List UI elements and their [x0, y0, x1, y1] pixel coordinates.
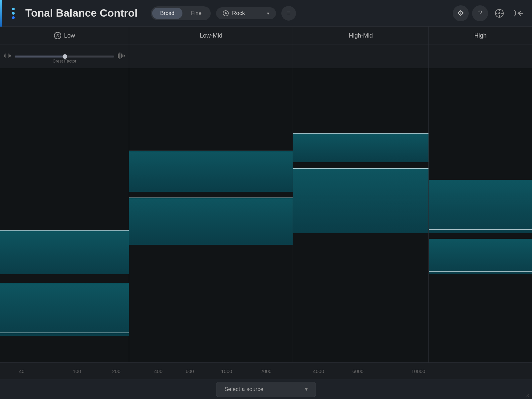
header-right: ⚙ ? [453, 5, 527, 21]
dot-3 [12, 16, 15, 19]
crest-factor-area: Crest Factor [0, 45, 129, 68]
svg-rect-7 [4, 55, 5, 57]
freq-label-400: 400 [154, 368, 162, 374]
svg-line-19 [528, 395, 529, 397]
svg-point-1 [498, 12, 500, 14]
white-line-lowmid-2 [129, 198, 293, 198]
band-label-lowmid: Low-Mid [200, 32, 222, 39]
band-label-low: Low [64, 32, 75, 39]
source-chevron-icon: ▾ [305, 386, 308, 392]
freq-label-600: 600 [186, 368, 194, 374]
band-viz-highmid [293, 68, 428, 362]
svg-rect-12 [10, 55, 11, 57]
band-header-lowmid: Low-Mid [129, 27, 293, 45]
select-source-dropdown[interactable]: Select a source ▾ [216, 382, 316, 397]
bottom-bar: Select a source ▾ [0, 379, 532, 399]
settings-button[interactable]: ⚙ [453, 5, 469, 21]
dots-menu[interactable] [9, 5, 17, 22]
band-viz-high [429, 68, 532, 362]
svg-rect-8 [6, 54, 6, 58]
headset-button[interactable] [491, 5, 507, 21]
preset-dropdown[interactable]: Rock ▾ [216, 7, 276, 19]
preset-label: Rock [232, 10, 245, 17]
x-axis: 40 100 200 400 600 1000 2000 4000 6000 1… [0, 362, 532, 379]
crest-factor-label: Crest Factor [53, 59, 77, 64]
arrow-back-button[interactable] [511, 5, 527, 21]
help-button[interactable]: ? [472, 5, 488, 21]
band-column-high: High [429, 27, 532, 362]
resize-handle[interactable] [524, 391, 529, 398]
main-area: S Low [0, 27, 532, 379]
crest-factor-slider-thumb[interactable] [63, 54, 67, 59]
app-title: Tonal Balance Control [25, 7, 137, 19]
svg-rect-17 [124, 55, 125, 57]
hamburger-icon: ≡ [287, 10, 291, 17]
dot-1 [12, 8, 15, 10]
target-icon [223, 10, 229, 16]
freq-label-40: 40 [19, 368, 25, 374]
band-column-highmid: High-Mid [293, 27, 428, 362]
white-line-low-top [0, 230, 129, 231]
crest-factor-slider-track [15, 56, 114, 58]
select-source-label: Select a source [224, 386, 263, 393]
svg-rect-16 [123, 55, 124, 57]
svg-rect-13 [118, 54, 119, 58]
chevron-down-icon: ▾ [267, 11, 269, 16]
band-column-lowmid: Low-Mid [129, 27, 293, 362]
freq-label-200: 200 [112, 368, 121, 374]
white-line-high-1 [429, 229, 532, 230]
bands-container: S Low [0, 27, 532, 362]
s-badge: S [54, 32, 61, 39]
band-label-highmid: High-Mid [349, 32, 373, 39]
freq-label-6000: 6000 [352, 368, 363, 374]
freq-label-10000: 10000 [411, 368, 425, 374]
broad-button[interactable]: Broad [152, 8, 182, 19]
band-header-highmid: High-Mid [293, 27, 428, 45]
svg-rect-10 [8, 54, 9, 58]
band-header-low: S Low [0, 27, 129, 45]
svg-rect-14 [120, 53, 121, 59]
waveform-icon [4, 52, 11, 61]
band-viz-low [0, 68, 129, 362]
freq-label-100: 100 [73, 368, 81, 374]
gear-icon: ⚙ [457, 9, 464, 18]
arrow-back-icon [514, 9, 523, 18]
dot-2 [12, 12, 15, 15]
white-line-highmid-2 [293, 168, 428, 169]
sidebar-accent [0, 0, 2, 27]
svg-rect-11 [9, 55, 10, 57]
svg-line-18 [527, 394, 529, 397]
freq-label-2000: 2000 [260, 368, 271, 374]
header: Tonal Balance Control Broad Fine Rock ▾ … [0, 0, 532, 27]
freq-label-1000: 1000 [221, 368, 232, 374]
fine-button[interactable]: Fine [183, 8, 209, 19]
headset-icon [495, 9, 504, 18]
svg-rect-15 [121, 54, 122, 58]
svg-rect-9 [7, 53, 7, 59]
band-header-high: High [429, 27, 532, 45]
white-line-high-2 [429, 271, 532, 272]
white-line-highmid-1 [293, 133, 428, 134]
band-viz-lowmid [129, 68, 293, 362]
bar-icon [118, 52, 125, 61]
hamburger-menu-button[interactable]: ≡ [281, 6, 296, 21]
broad-fine-toggle: Broad Fine [151, 6, 211, 20]
band-label-high: High [474, 32, 486, 39]
band-column-low: S Low [0, 27, 129, 362]
freq-label-4000: 4000 [313, 368, 324, 374]
freq-labels: 40 100 200 400 600 1000 2000 4000 6000 1… [3, 363, 529, 379]
white-line-lowmid-1 [129, 151, 293, 151]
white-line-low-bottom [0, 332, 129, 333]
crest-factor-slider-fill [15, 56, 63, 58]
help-icon: ? [478, 9, 482, 17]
